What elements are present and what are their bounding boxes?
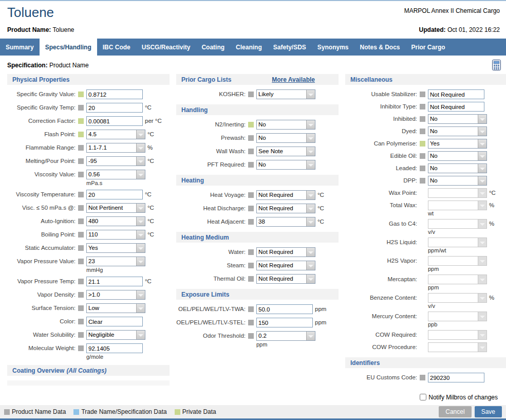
dropdown-heat-voyage[interactable]: Not Required — [256, 190, 315, 200]
dropdown-heat-adjacent[interactable]: 38 — [256, 217, 315, 227]
dropdown-vapor-pressure-value[interactable]: 23 — [86, 257, 145, 266]
tab-specs-handling[interactable]: Specs/Handling — [40, 39, 97, 56]
dropdown-arrow-icon[interactable] — [306, 191, 315, 199]
input-correction-factor[interactable] — [86, 116, 143, 126]
dropdown-steam[interactable]: Not Required — [256, 261, 315, 270]
dropdown-total-wax[interactable] — [428, 200, 487, 210]
dropdown-odor-threshold[interactable]: 0.2 — [256, 331, 315, 341]
dropdown-arrow-icon[interactable] — [136, 170, 145, 179]
dropdown-arrow-icon[interactable] — [478, 115, 486, 123]
dropdown-cow-procedure[interactable] — [428, 342, 487, 352]
dropdown-arrow-icon[interactable] — [478, 257, 486, 265]
dropdown-flammable-range[interactable]: 1.1-7.1 — [86, 143, 145, 153]
dropdown-prewash[interactable]: No — [256, 133, 315, 143]
dropdown-arrow-icon[interactable] — [478, 220, 486, 228]
more-available-link[interactable]: More Available — [272, 76, 315, 83]
tab-safety-sds[interactable]: Safety/SDS — [268, 39, 312, 56]
dropdown-water[interactable]: Not Required — [256, 247, 315, 257]
input-specific-gravity-temp[interactable] — [86, 103, 143, 113]
dropdown-melting-pour-point[interactable]: -95 — [86, 156, 145, 166]
input-inhibitor-type[interactable] — [428, 102, 484, 112]
dropdown-arrow-icon[interactable] — [306, 134, 315, 142]
dropdown-water-solubility[interactable]: Negligible — [86, 330, 145, 340]
tab-notes-docs[interactable]: Notes & Docs — [354, 39, 406, 56]
dropdown-arrow-icon[interactable] — [478, 275, 486, 284]
dropdown-arrow-icon[interactable] — [306, 261, 315, 270]
calculator-icon[interactable] — [492, 60, 501, 70]
dropdown-arrow-icon[interactable] — [478, 343, 486, 352]
dropdown-arrow-icon[interactable] — [306, 90, 315, 99]
dropdown-dpp[interactable]: No — [428, 176, 487, 186]
cancel-button[interactable]: Cancel — [439, 406, 471, 417]
tab-cleaning[interactable]: Cleaning — [230, 39, 268, 56]
dropdown-leaded[interactable]: No — [428, 163, 487, 173]
tab-ibc-code[interactable]: IBC Code — [97, 39, 136, 56]
dropdown-cow-required[interactable] — [428, 330, 487, 340]
input-eu-customs-code[interactable] — [428, 373, 484, 382]
dropdown-arrow-icon[interactable] — [478, 294, 486, 302]
dropdown-wax-point[interactable] — [428, 188, 487, 198]
tab-coating[interactable]: Coating — [196, 39, 230, 56]
dropdown-static-accumulator[interactable]: Yes — [86, 243, 145, 253]
input-color[interactable] — [86, 317, 143, 326]
dropdown-auto-ignition[interactable]: 480 — [86, 216, 145, 226]
input-oel-pel-wel-tlv-stel[interactable] — [256, 318, 313, 327]
input-viscosity-temperature[interactable] — [86, 190, 143, 199]
dropdown-kosher[interactable]: Likely — [256, 89, 315, 99]
dropdown-arrow-icon[interactable] — [136, 244, 145, 252]
dropdown-arrow-icon[interactable] — [136, 217, 145, 226]
input-molecular-weight[interactable] — [86, 343, 143, 353]
dropdown-can-polymerise[interactable]: Yes — [428, 139, 487, 149]
dropdown-arrow-icon[interactable] — [306, 332, 315, 340]
dropdown-h2s-vapor[interactable] — [428, 256, 487, 266]
dropdown-heat-discharge[interactable]: Not Required — [256, 204, 315, 213]
dropdown-arrow-icon[interactable] — [136, 257, 145, 266]
dropdown-mercaptan[interactable] — [428, 275, 487, 284]
dropdown-arrow-icon[interactable] — [136, 157, 145, 166]
dropdown-surface-tension[interactable]: Low — [86, 303, 145, 313]
dropdown-arrow-icon[interactable] — [478, 164, 486, 173]
dropdown-arrow-icon[interactable] — [306, 217, 315, 226]
dropdown-arrow-icon[interactable] — [306, 248, 315, 257]
dropdown-arrow-icon[interactable] — [478, 238, 486, 247]
dropdown-arrow-icon[interactable] — [136, 230, 145, 239]
dropdown-arrow-icon[interactable] — [306, 147, 315, 156]
save-button[interactable]: Save — [475, 406, 502, 417]
dropdown-dyed[interactable]: No — [428, 126, 487, 136]
dropdown-arrow-icon[interactable] — [478, 176, 486, 185]
dropdown-visc-50-mpa-s[interactable]: Not Pertinent — [86, 203, 145, 213]
tab-prior-cargo[interactable]: Prior Cargo — [406, 39, 451, 56]
notify-checkbox[interactable] — [420, 394, 426, 400]
dropdown-h2s-liquid[interactable] — [428, 238, 487, 247]
dropdown-arrow-icon[interactable] — [306, 275, 315, 283]
dropdown-flash-point[interactable]: 4.5 — [86, 130, 145, 139]
dropdown-arrow-icon[interactable] — [136, 290, 145, 299]
dropdown-pft-required[interactable]: No — [256, 160, 315, 170]
dropdown-thermal-oil[interactable]: Not Required — [256, 274, 315, 284]
dropdown-arrow-icon[interactable] — [136, 130, 145, 139]
dropdown-arrow-icon[interactable] — [136, 204, 145, 212]
dropdown-benzene-content[interactable] — [428, 293, 487, 303]
dropdown-arrow-icon[interactable] — [478, 201, 486, 210]
dropdown-arrow-icon[interactable] — [478, 152, 486, 160]
dropdown-arrow-icon[interactable] — [306, 120, 315, 129]
dropdown-viscosity-value[interactable]: 0.56 — [86, 170, 145, 179]
input-usable-stabilizer[interactable] — [428, 89, 484, 99]
tab-synonyms[interactable]: Synonyms — [312, 39, 354, 56]
dropdown-arrow-icon[interactable] — [306, 204, 315, 213]
dropdown-boiling-point[interactable]: 110 — [86, 230, 145, 240]
dropdown-arrow-icon[interactable] — [478, 331, 486, 339]
dropdown-arrow-icon[interactable] — [306, 160, 315, 169]
dropdown-mercury-content[interactable] — [428, 312, 487, 321]
input-vapor-pressure-temp[interactable] — [86, 277, 143, 286]
dropdown-arrow-icon[interactable] — [478, 189, 486, 197]
dropdown-arrow-icon[interactable] — [478, 312, 486, 321]
dropdown-arrow-icon[interactable] — [478, 127, 486, 136]
tab-uscg-reactivity[interactable]: USCG/Reactivity — [136, 39, 196, 56]
input-specific-gravity-value[interactable] — [86, 89, 143, 99]
dropdown-arrow-icon[interactable] — [478, 139, 486, 148]
dropdown-arrow-icon[interactable] — [136, 304, 145, 313]
dropdown-edible-oil[interactable]: No — [428, 151, 487, 161]
input-oel-pel-wel-tlv-twa[interactable] — [256, 304, 313, 314]
dropdown-wall-wash[interactable]: See Note — [256, 147, 315, 156]
